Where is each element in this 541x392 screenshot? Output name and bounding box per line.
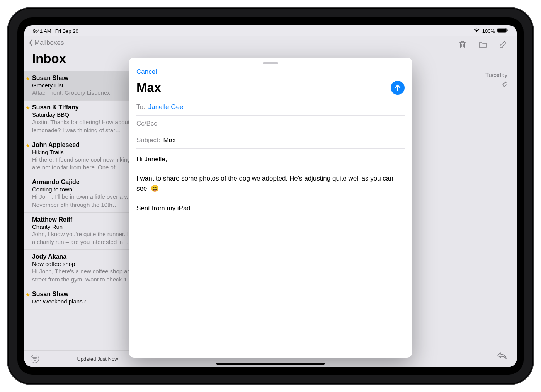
svg-rect-2 xyxy=(507,29,508,31)
reply-button[interactable] xyxy=(497,351,507,361)
subject-field[interactable]: Subject: Max xyxy=(136,132,405,149)
body-greeting: Hi Janelle, xyxy=(136,154,405,164)
star-icon: ★ xyxy=(26,292,30,298)
chevron-left-icon xyxy=(28,39,34,47)
battery-percent: 100% xyxy=(482,28,495,34)
ccbcc-field[interactable]: Cc/Bcc: xyxy=(136,116,405,132)
body-main: I want to share some photos of the dog w… xyxy=(136,174,405,194)
body-signature: Sent from my iPad xyxy=(136,203,405,213)
ccbcc-label: Cc/Bcc: xyxy=(136,120,159,128)
to-label: To: xyxy=(136,103,145,111)
subject-value: Max xyxy=(163,136,175,144)
star-icon: ★ xyxy=(26,76,30,82)
to-recipient[interactable]: Janelle Gee xyxy=(148,103,184,111)
status-bar: 9:41 AM Fri Sep 20 100% xyxy=(24,25,517,36)
star-icon: ★ xyxy=(26,105,30,111)
wifi-icon xyxy=(473,28,480,34)
compose-sheet: Cancel Max To: Janelle Gee Cc/Bcc: Subje… xyxy=(129,58,412,358)
ipad-device-frame: 9:41 AM Fri Sep 20 100% Mailboxes xyxy=(8,8,533,384)
status-time: 9:41 AM xyxy=(33,28,51,34)
home-indicator[interactable] xyxy=(216,363,325,365)
back-to-mailboxes[interactable]: Mailboxes xyxy=(24,36,171,48)
subject-label: Subject: xyxy=(136,136,160,144)
back-label: Mailboxes xyxy=(34,39,64,47)
star-icon: ★ xyxy=(26,143,30,148)
trash-button[interactable] xyxy=(458,40,467,51)
cancel-button[interactable]: Cancel xyxy=(136,66,157,76)
updated-status: Updated Just Now xyxy=(77,356,118,362)
message-date: Tuesday xyxy=(485,72,507,78)
compose-body[interactable]: Hi Janelle, I want to share some photos … xyxy=(136,149,405,223)
move-button[interactable] xyxy=(478,40,487,51)
filter-icon[interactable] xyxy=(31,355,39,363)
compose-title: Max xyxy=(136,80,161,95)
arrow-up-icon xyxy=(394,84,401,92)
svg-rect-1 xyxy=(498,29,506,32)
send-button[interactable] xyxy=(391,81,405,95)
status-date: Fri Sep 20 xyxy=(55,28,78,34)
battery-icon xyxy=(497,28,508,34)
compose-button[interactable] xyxy=(498,40,507,51)
sheet-grabber[interactable] xyxy=(263,62,278,64)
attachment-icon xyxy=(485,80,507,87)
to-field[interactable]: To: Janelle Gee xyxy=(136,99,405,116)
